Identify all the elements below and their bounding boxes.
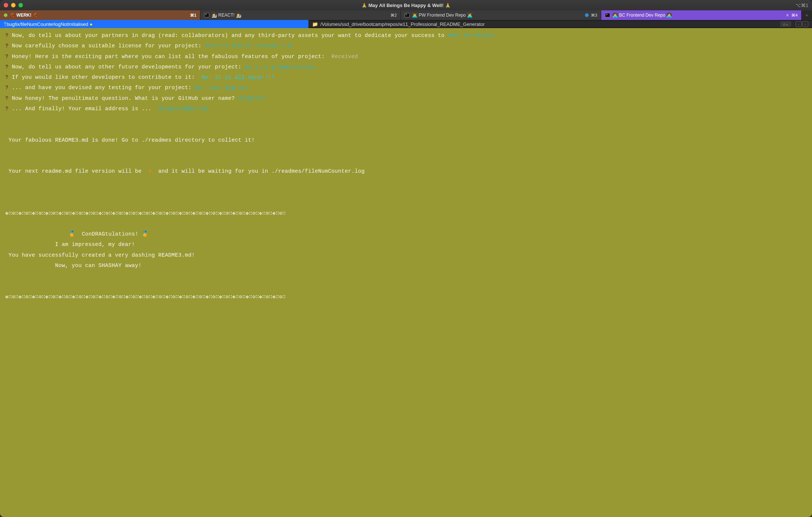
answer-text: No It's a dead horse! (245, 64, 315, 70)
decorative-divider: ✥∷⊙∷✥∷⊙∷✥∷⊙∷✥∷⊙∷✥∷⊙∷✥∷⊙∷✥∷⊙∷✥∷⊙∷✥∷⊙∷✥∷⊙∷… (5, 294, 286, 300)
tab-werk[interactable]: ⬢ 💃 WERK! 💃 ⌘1 (0, 10, 200, 20)
tab-shortcut: ⌘1 (190, 13, 196, 18)
answer-text: Mozilla Public License 2.0 (205, 43, 291, 49)
answer-text: dragrace (238, 95, 265, 101)
terminal-icon (204, 13, 209, 17)
nodejs-icon: ⬢ (4, 13, 7, 18)
prompt-text: ... And finally! Your email address is .… (9, 106, 158, 112)
prompt-marker: ? (5, 95, 9, 101)
tab-label: 💃 WERK! 💃 (10, 13, 38, 18)
prompt-marker: ? (5, 64, 9, 70)
prompt-marker: ? (5, 33, 9, 38)
tab-shortcut: ⌘2 (390, 13, 397, 18)
congrats-line: 🏅 ConDRAGtulations! 🏅 (5, 231, 149, 237)
modified-indicator-icon: ● (89, 21, 92, 27)
titlebar: 🙏 May All Beings Be Happy & Well! 🙏 ⌥⌘1 (0, 0, 812, 10)
close-tab-icon[interactable]: ✕ (786, 13, 789, 18)
prompt-text: Honey! Here is the exciting part where y… (9, 54, 331, 60)
prompt-marker: ? (5, 74, 9, 80)
activity-indicator-icon (585, 13, 589, 17)
congrats-line: Now, you can SHASHAY away! (5, 263, 142, 268)
path-indicator: 📁 /Volumes/ssd_drive/bootcamp/repos/w11_… (308, 21, 812, 27)
prompt-text: Now, do tell us about any other future d… (9, 64, 245, 70)
add-tab-button[interactable]: ＋ (802, 10, 812, 20)
output-line: Your next readme.md file version will be (5, 168, 148, 174)
tab-bc[interactable]: 🧑‍💻 BC Frontend Dev Repo 🧑‍💻 ✕⌘4 (601, 10, 802, 20)
output-line: Your fabulous README3.md is done! Go to … (5, 137, 255, 143)
git-branch-indicator[interactable]: ᛘ bugfix/fileNumCounterlogNotInitialised… (0, 20, 308, 28)
terminal-output[interactable]: ? Now, do tell us about your partners in… (0, 28, 812, 517)
output-line: and it will be waiting for you in ./read… (152, 168, 365, 174)
tab-pw[interactable]: 👩‍💻 PW Frontend Dev Repo 👩‍💻 ⌘3 (401, 10, 601, 20)
prompt-marker: ? (5, 54, 9, 60)
status-text: Received (331, 54, 358, 60)
window-title: 🙏 May All Beings Be Happy & Well! 🙏 (0, 3, 812, 8)
folder-icon: 📁 (312, 21, 318, 27)
branch-icon: ᛘ (4, 21, 7, 27)
prev-result-button[interactable]: ‹ (796, 21, 802, 27)
branch-name: bugfix/fileNumCounterlogNotInitialised (7, 21, 88, 27)
tab-label: 👩‍💻 PW Frontend Dev Repo 👩‍💻 (412, 13, 473, 18)
next-result-button[interactable]: › (802, 21, 808, 27)
answer-text: dragrace@me.com (158, 106, 208, 112)
terminal-icon (405, 13, 410, 17)
prompt-text: Now carefully choose a suitable license … (9, 43, 205, 49)
prompt-text: Now honey! The penultimate question. Wha… (9, 95, 238, 101)
prompt-text: ... and have you devised any testing for… (9, 85, 195, 91)
congrats-line: I am impressed, my dear! (5, 241, 135, 247)
tab-shortcut: ⌘3 (591, 13, 597, 18)
search-icon: ⌕▾ (783, 21, 788, 27)
cwd-path: /Volumes/ssd_drive/bootcamp/repos/w11_Pr… (320, 21, 484, 27)
prompt-marker: ? (5, 85, 9, 91)
congrats-line: You have successfully created a very das… (5, 252, 195, 258)
decorative-divider: ✥∷⊙∷✥∷⊙∷✥∷⊙∷✥∷⊙∷✥∷⊙∷✥∷⊙∷✥∷⊙∷✥∷⊙∷✥∷⊙∷✥∷⊙∷… (5, 210, 286, 216)
answer-text: Huh? No thanks! (448, 33, 498, 38)
tab-bar: ⬢ 💃 WERK! 💃 ⌘1 👩‍🔬 REACT! 👩‍🔬 ⌘2 👩‍💻 PW … (0, 10, 812, 20)
status-bar: ᛘ bugfix/fileNumCounterlogNotInitialised… (0, 20, 812, 28)
prompt-marker: ? (5, 106, 9, 112)
prompt-text: If you would like other developers to co… (9, 74, 202, 80)
tab-label: 👩‍🔬 REACT! 👩‍🔬 (212, 13, 241, 18)
tab-shortcut: ⌘4 (791, 13, 798, 18)
tab-react[interactable]: 👩‍🔬 REACT! 👩‍🔬 ⌘2 (200, 10, 401, 20)
answer-text: No! Just leg it! (195, 85, 248, 91)
tab-label: 🧑‍💻 BC Frontend Dev Repo 🧑‍💻 (612, 13, 672, 18)
version-number: 4 (148, 168, 152, 174)
prompt-marker: ? (5, 43, 9, 49)
app-window: 🙏 May All Beings Be Happy & Well! 🙏 ⌥⌘1 … (0, 0, 812, 517)
terminal-icon (605, 13, 610, 17)
answer-text: No! It is all mine!!!! (202, 74, 275, 80)
search-input[interactable]: ⌕▾ (780, 21, 791, 27)
prompt-text: Now, do tell us about your partners in d… (9, 33, 448, 38)
